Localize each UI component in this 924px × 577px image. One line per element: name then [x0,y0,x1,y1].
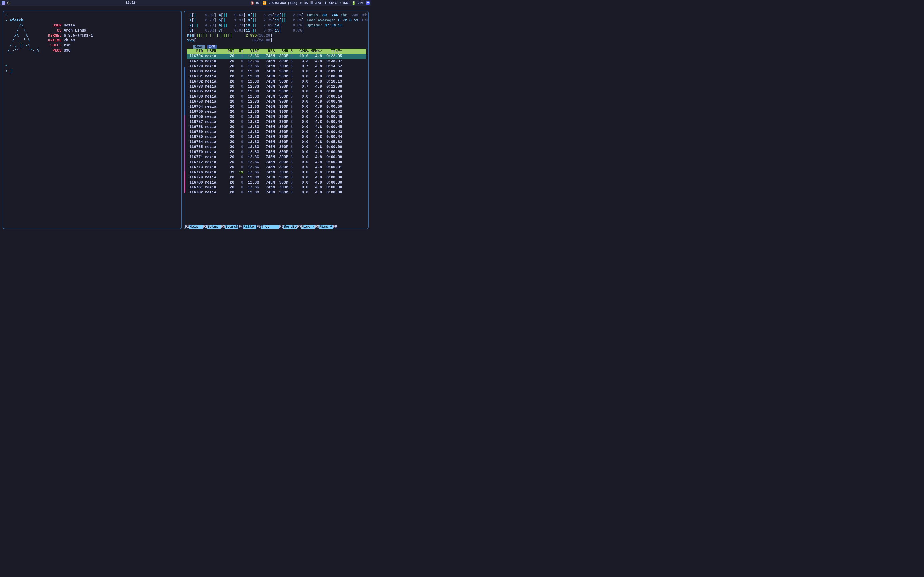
fn-key-f7[interactable]: F7 [297,225,301,229]
cpu-meter-11: 11[|| 3.9%] [246,28,275,33]
cpu-meter-15: 15[ 0.0%] [275,28,304,33]
workspace: ~ › afetch /\ USER nezia / \ OS Arch Lin… [0,6,372,232]
afetch-output: ~ › afetch /\ USER nezia / \ OS Arch Lin… [5,13,179,73]
process-list[interactable]: 116724 nezia 20 0 12.8G 745M 300M S 19.6… [187,54,366,195]
tab-main[interactable]: Main [193,45,205,48]
cpu-meter-0: 0[| 9.0%] [187,13,216,18]
temperature-indicator[interactable]: 🌡 45°C [324,1,337,5]
brightness-indicator[interactable]: ☀ 53% [339,1,349,5]
cpu-indicator[interactable]: ✻ 4% [300,1,308,5]
fn-key-f9[interactable]: F9 [333,225,337,229]
fn-label[interactable]: SortBy [283,225,297,229]
terminal-pane-htop[interactable]: 0[| 9.0%] 4[|| 9.6%] 8[|| 5.2%] 12[|| 2.… [184,11,369,229]
swap-meter: Swp[ 0K/24.0G] [187,38,304,43]
battery-indicator[interactable]: 🔋 98% [352,1,363,5]
cpu-meter-5: 5[| 1.3%] [216,18,246,23]
process-table-header[interactable]: PID USER PRI NI VIRT RES SHR S CPU% MEM%… [187,48,366,54]
process-row[interactable]: 116765 nezia 20 0 12.8G 745M 300M S 0.0 … [187,145,366,150]
process-row[interactable]: 116781 nezia 20 0 12.8G 745M 300M S 0.0 … [187,185,366,190]
cpu-meter-6: 6[|| 7.7%] [216,23,246,28]
cpu-meter-12: 12[|| 2.0%] [275,13,304,18]
process-row[interactable]: 116729 nezia 20 0 12.8G 745M 300M S 0.7 … [187,64,366,69]
process-row[interactable]: 116728 nezia 20 0 12.8G 745M 300M S 3.3 … [187,59,366,64]
process-row[interactable]: 116730 nezia 20 0 12.8G 745M 300M S 0.0 … [187,69,366,74]
cpu-meter-3: 3[ 0.0%] [187,28,216,33]
fn-key-f5[interactable]: F5 [257,225,261,229]
function-key-bar: F1Help F2Setup F3SearchF4FilterF5Tree F6… [185,225,368,229]
process-row[interactable]: 116756 nezia 20 0 12.8G 745M 300M S 0.0 … [187,114,366,119]
htop-header: 0[| 9.0%] 4[|| 9.6%] 8[|| 5.2%] 12[|| 2.… [187,13,366,43]
fn-label[interactable]: Setup [207,225,221,229]
status-bar: 15:52 🔇 0% 📶 UPC59F3A0 (88%) ✻ 4% ☰ 27% … [0,0,372,6]
process-row[interactable]: 116731 nezia 20 0 12.8G 745M 300M S 0.0 … [187,74,366,79]
uptime-summary: Uptime: 07:04:38 [307,23,369,28]
fn-label[interactable]: Tree [261,225,274,229]
cpu-meter-13: 13[|| 2.6%] [275,18,304,23]
process-row[interactable]: 116755 nezia 20 0 12.8G 745M 300M S 0.0 … [187,109,366,114]
clock: 15:52 [11,1,250,5]
process-row[interactable]: 116773 nezia 20 0 12.8G 745M 300M S 0.0 … [187,165,366,170]
process-row[interactable]: 116780 nezia 20 0 12.8G 745M 300M S 0.0 … [187,180,366,185]
tab-io[interactable]: I/O [207,45,217,48]
process-row[interactable]: 116779 nezia 20 0 12.8G 745M 300M S 0.0 … [187,175,366,180]
cpu-meter-2: 2[|| 4.7%] [187,23,216,28]
process-row[interactable]: 116754 nezia 20 0 12.8G 745M 300M S 0.0 … [187,104,366,109]
htop-tabs: Main I/O [187,45,366,48]
fn-key-f3[interactable]: F3 [221,225,225,229]
process-row[interactable]: 116732 nezia 20 0 12.8G 745M 300M S 0.0 … [187,79,366,84]
cpu-meter-9: 9[|| 2.7%] [246,18,275,23]
fn-key-f1[interactable]: F1 [185,225,189,229]
discord-tray-icon[interactable] [366,1,370,5]
tasks-summary: Tasks: 80, 746 thr, 249 kthr; 4 [307,13,369,18]
memory-icon: ☰ [310,2,313,5]
process-row[interactable]: 116758 nezia 20 0 12.8G 745M 300M S 0.0 … [187,124,366,130]
fn-label[interactable]: Nice + [319,225,333,229]
cpu-meter-10: 10[|| 2.6%] [246,23,275,28]
process-row[interactable]: 116770 nezia 20 0 12.8G 745M 300M S 0.0 … [187,150,366,155]
battery-icon: 🔋 [352,2,355,5]
process-row[interactable]: 116772 nezia 20 0 12.8G 745M 300M S 0.0 … [187,160,366,165]
process-row[interactable]: 116735 nezia 20 0 12.8G 745M 300M S 0.0 … [187,89,366,94]
process-row[interactable]: 116778 nezia 39 19 12.8G 745M 300M S 0.0… [187,170,366,175]
process-row[interactable]: 116738 nezia 20 0 12.8G 745M 300M S 0.0 … [187,94,366,99]
wifi-icon: 📶 [263,2,267,5]
volume-indicator[interactable]: 🔇 0% [250,1,260,5]
process-row[interactable]: 116764 nezia 20 0 12.8G 745M 300M S 0.0 … [187,139,366,145]
process-row[interactable]: 116782 nezia 20 0 12.8G 745M 300M S 0.0 … [187,190,366,195]
process-row[interactable]: 116733 nezia 20 0 12.8G 745M 300M S 0.7 … [187,84,366,89]
brightness-icon: ☀ [339,2,341,5]
cpu-meter-14: 14[ 0.0%] [275,23,304,28]
fn-key-f2[interactable]: F2 [203,225,207,229]
fn-label[interactable]: Search [225,225,239,229]
process-row[interactable]: 116724 nezia 20 0 12.8G 745M 300M S 19.6… [187,54,366,59]
process-row[interactable]: 116753 nezia 20 0 12.8G 745M 300M S 0.0 … [187,99,366,104]
fn-label[interactable]: Filter [243,225,257,229]
thermometer-icon: 🌡 [324,2,327,5]
wifi-indicator[interactable]: 📶 UPC59F3A0 (88%) [263,1,297,5]
cpu-meter-8: 8[|| 5.2%] [246,13,275,18]
process-row[interactable]: 116757 nezia 20 0 12.8G 745M 300M S 0.0 … [187,119,366,124]
fn-label[interactable]: Nice - [301,225,315,229]
fn-label[interactable]: Help [189,225,203,229]
volume-mute-icon: 🔇 [250,2,254,5]
process-row[interactable]: 116771 nezia 20 0 12.8G 745M 300M S 0.0 … [187,155,366,160]
obs-icon[interactable] [7,1,11,5]
memory-indicator[interactable]: ☰ 27% [310,1,321,5]
process-row[interactable]: 116759 nezia 20 0 12.8G 745M 300M S 0.0 … [187,130,366,135]
terminal-app-icon[interactable] [2,1,5,5]
cpu-meter-7: 7[ 0.0%] [216,28,246,33]
cpu-meter-1: 1[| 0.7%] [187,18,216,23]
memory-meter: Mem[||||| || ||||||| 2.93G/15.2G] [187,33,304,38]
process-row[interactable]: 116760 nezia 20 0 12.8G 745M 300M S 0.0 … [187,134,366,139]
cpu-meter-4: 4[|| 9.6%] [216,13,246,18]
scroll-position-indicator [184,67,185,193]
fn-key-f4[interactable]: F4 [239,225,243,229]
terminal-pane-afetch[interactable]: ~ › afetch /\ USER nezia / \ OS Arch Lin… [3,11,182,229]
gear-icon: ✻ [300,2,302,5]
fn-key-f6[interactable]: F6 [279,225,283,229]
fn-key-f8[interactable]: F8 [315,225,319,229]
load-average: Load average: 0.72 0.53 0.28 [307,18,369,23]
